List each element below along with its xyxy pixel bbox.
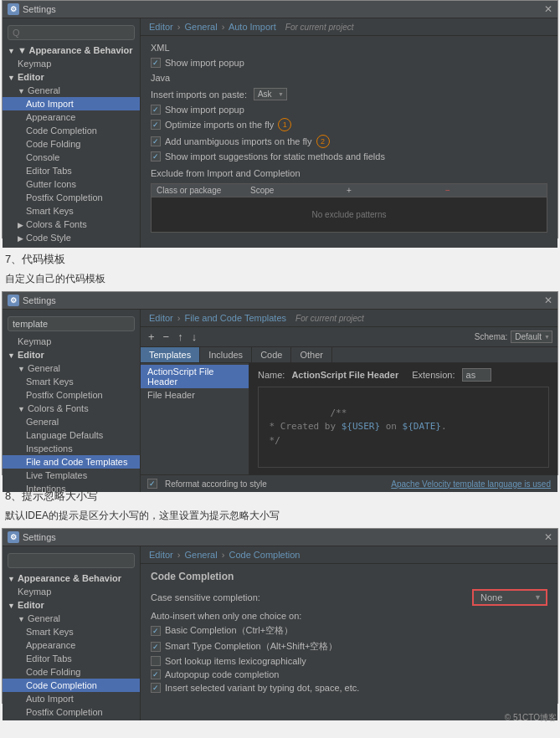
case-sensitive-select[interactable]: None bbox=[472, 589, 547, 606]
sidebar-item-editor-tabs[interactable]: Editor Tabs bbox=[3, 164, 140, 177]
velocity-link[interactable]: Apache Velocity template language is use… bbox=[391, 479, 551, 489]
sidebar2-lang-defaults[interactable]: Language Defaults bbox=[3, 428, 140, 442]
xml-show-import-label: Show import popup bbox=[165, 58, 244, 68]
schema-label: Schema: bbox=[475, 332, 507, 341]
window-title-3: Settings bbox=[23, 532, 56, 542]
show-suggestions-row: Show import suggestions for static metho… bbox=[151, 151, 547, 161]
ft-list-item-as-header[interactable]: ActionScript File Header bbox=[141, 365, 249, 388]
sidebar3-code-folding[interactable]: Code Folding bbox=[3, 665, 140, 679]
show-suggestions-cb[interactable] bbox=[151, 151, 161, 161]
sidebar3-appearance[interactable]: Appearance bbox=[3, 638, 140, 652]
section3-desc: 默认IDEA的提示是区分大小写的，这里设置为提示忽略大小写 bbox=[0, 507, 560, 528]
tab-other[interactable]: Other bbox=[291, 347, 332, 362]
sidebar-item-code-folding[interactable]: Code Folding bbox=[3, 137, 140, 151]
sort-lookup-cb[interactable] bbox=[151, 656, 161, 666]
sidebar3-postfix[interactable]: Postfix Completion bbox=[3, 705, 140, 719]
remove-template-button[interactable]: − bbox=[161, 330, 172, 344]
sidebar3-keymap[interactable]: Keymap bbox=[3, 585, 140, 598]
window-title-1: Settings bbox=[23, 4, 56, 14]
add-unambiguous-cb[interactable] bbox=[151, 136, 161, 146]
sidebar-item-auto-import[interactable]: Auto Import bbox=[3, 97, 140, 110]
sidebar2-keymap[interactable]: Keymap bbox=[3, 335, 140, 348]
sidebar2-colors-fonts[interactable]: ▼Colors & Fonts bbox=[3, 402, 140, 415]
insert-imports-select[interactable]: Ask bbox=[254, 88, 287, 100]
sidebar3-editor-tabs[interactable]: Editor Tabs bbox=[3, 652, 140, 665]
move-up-button[interactable]: ↑ bbox=[175, 330, 186, 344]
sidebar-item-console[interactable]: Console bbox=[3, 151, 140, 164]
close-button-3[interactable]: ✕ bbox=[544, 531, 552, 543]
sidebar3-code-completion[interactable]: Code Completion bbox=[3, 679, 140, 692]
sidebar-item-general[interactable]: ▼General bbox=[3, 84, 140, 97]
sidebar3-auto-import[interactable]: Auto Import bbox=[3, 692, 140, 705]
col-scope: Scope bbox=[250, 186, 344, 195]
sidebar2-inspections[interactable]: Inspections bbox=[3, 442, 140, 455]
badge-2: 2 bbox=[316, 135, 330, 148]
sidebar2-general[interactable]: ▼General bbox=[3, 361, 140, 375]
ft-list-item-file-header[interactable]: File Header bbox=[141, 388, 249, 402]
move-down-button[interactable]: ↓ bbox=[189, 330, 200, 344]
titlebar-2: ⚙ Settings ✕ bbox=[3, 292, 557, 310]
sidebar2-file-code-templates[interactable]: File and Code Templates bbox=[3, 455, 140, 469]
close-button-1[interactable]: ✕ bbox=[544, 3, 552, 15]
sidebar2-editor[interactable]: ▼Editor bbox=[3, 348, 140, 361]
sidebar3-general[interactable]: ▼General bbox=[3, 612, 140, 625]
sidebar2-live-templates[interactable]: Live Templates bbox=[3, 469, 140, 482]
smart-type-cb[interactable] bbox=[151, 642, 161, 652]
sidebar2-postfix[interactable]: Postfix Completion bbox=[3, 388, 140, 402]
reformat-label: Reformat according to style bbox=[165, 479, 267, 489]
autopopup-cb[interactable] bbox=[151, 669, 161, 679]
titlebar-1: ⚙ Settings ✕ bbox=[3, 1, 557, 18]
ft-ext-input[interactable] bbox=[462, 368, 491, 382]
sidebar-search-3[interactable] bbox=[8, 553, 135, 568]
sort-lookup-row: Sort lookup items lexicographically bbox=[151, 656, 547, 666]
add-pattern-button[interactable]: + bbox=[344, 186, 443, 195]
case-sensitive-row: Case sensitive completion: None bbox=[151, 589, 547, 606]
sidebar2-smart-keys[interactable]: Smart Keys bbox=[3, 375, 140, 388]
sidebar3-smart-keys[interactable]: Smart Keys bbox=[3, 625, 140, 638]
optimize-imports-label: Optimize imports on the fly bbox=[165, 120, 274, 130]
tab-includes[interactable]: Includes bbox=[200, 347, 252, 362]
sidebar-item-appearance-behavior[interactable]: ▼▼ Appearance & Behavior bbox=[3, 44, 140, 57]
add-template-button[interactable]: + bbox=[146, 330, 157, 344]
optimize-imports-cb[interactable] bbox=[151, 120, 161, 130]
sidebar-item-keymap[interactable]: Keymap bbox=[3, 57, 140, 70]
reformat-cb[interactable] bbox=[147, 479, 157, 489]
sidebar-item-code-style[interactable]: ▶Code Style bbox=[3, 231, 140, 244]
breadcrumb-3: Editor › General › Code Completion bbox=[141, 546, 557, 564]
xml-show-import-cb[interactable] bbox=[151, 58, 161, 68]
sidebar-item-appearance[interactable]: Appearance bbox=[3, 110, 140, 124]
schema-selector: Schema: Default bbox=[475, 331, 552, 343]
tab-code[interactable]: Code bbox=[252, 347, 291, 362]
sidebar-item-code-completion[interactable]: Code Completion bbox=[3, 124, 140, 137]
settings-icon-2: ⚙ bbox=[8, 295, 19, 306]
main-content-3: Editor › General › Code Completion Code … bbox=[141, 546, 557, 720]
sidebar-item-postfix-completion[interactable]: Postfix Completion bbox=[3, 191, 140, 204]
sidebar-item-smart-keys[interactable]: Smart Keys bbox=[3, 204, 140, 218]
insert-variant-cb[interactable] bbox=[151, 683, 161, 693]
cc-content: Code Completion Case sensitive completio… bbox=[141, 564, 557, 703]
sidebar-item-editor[interactable]: ▼Editor bbox=[3, 70, 140, 84]
sidebar-2: Keymap ▼Editor ▼General Smart Keys Postf… bbox=[3, 310, 141, 492]
schema-select[interactable]: Default bbox=[511, 331, 552, 343]
exclude-section-title: Exclude from Import and Completion bbox=[151, 168, 547, 178]
close-button-2[interactable]: ✕ bbox=[544, 295, 552, 306]
ft-code-editor[interactable]: /** * Created by ${USER} on ${DATE}. */ bbox=[258, 387, 549, 468]
breadcrumb-general: General bbox=[185, 22, 218, 32]
ft-ext-label: Extension: bbox=[412, 370, 455, 380]
sidebar3-appearance-behavior[interactable]: ▼Appearance & Behavior bbox=[3, 571, 140, 585]
tab-templates[interactable]: Templates bbox=[141, 347, 200, 362]
basic-completion-label: Basic Completion（Ctrl+空格） bbox=[165, 624, 293, 637]
autopopup-row: Autopopup code completion bbox=[151, 669, 547, 679]
sidebar-item-gutter-icons[interactable]: Gutter Icons bbox=[3, 177, 140, 191]
sidebar3-editor[interactable]: ▼Editor bbox=[3, 598, 140, 612]
sidebar2-general2[interactable]: General bbox=[3, 415, 140, 428]
breadcrumb-editor: Editor bbox=[149, 22, 173, 32]
sidebar-item-colors-fonts[interactable]: ▶Colors & Fonts bbox=[3, 218, 140, 231]
java-show-import-cb[interactable] bbox=[151, 105, 161, 115]
basic-completion-cb[interactable] bbox=[151, 626, 161, 636]
sidebar-search-2[interactable] bbox=[8, 316, 135, 331]
autopopup-label: Autopopup code completion bbox=[165, 669, 279, 679]
remove-pattern-button[interactable]: − bbox=[443, 186, 542, 195]
ft-toolbar: + − ↑ ↓ Schema: Default bbox=[141, 327, 557, 347]
sidebar-search-1[interactable] bbox=[8, 25, 135, 40]
